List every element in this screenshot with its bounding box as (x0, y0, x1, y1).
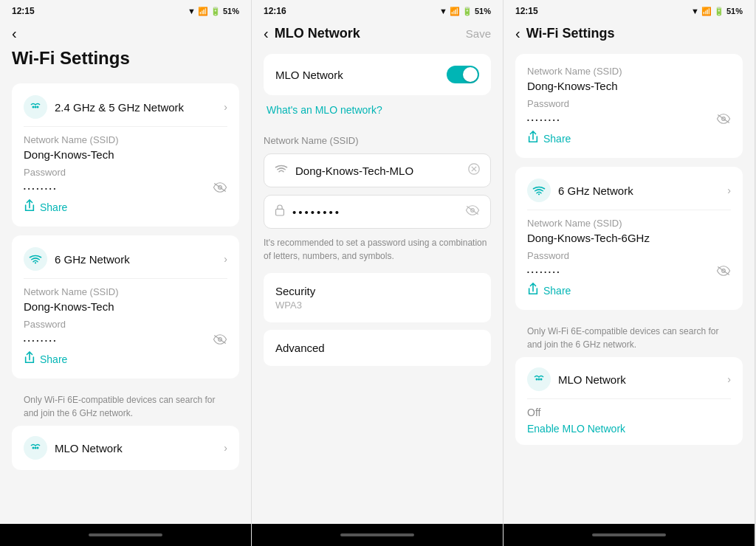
mlo-status-p3: Off (527, 407, 731, 418)
lock-input-icon (275, 204, 285, 219)
svg-point-1 (37, 106, 39, 108)
status-bar-2: 12:16 ▼ 📶 🔋 51% (252, 0, 503, 19)
mlo-toggle-row: MLO Network (275, 66, 479, 83)
advanced-row[interactable]: Advanced (264, 330, 491, 366)
home-indicator-2 (340, 533, 414, 536)
eye-icon-p3-1[interactable] (716, 112, 731, 128)
network-icon-1 (24, 95, 47, 119)
wifi-input-icon (275, 164, 288, 177)
eye-icon-pw[interactable] (465, 205, 480, 218)
mlo-icon-p3 (527, 367, 551, 391)
home-indicator-3 (592, 533, 666, 536)
svg-point-0 (32, 106, 35, 108)
clear-ssid-icon[interactable] (468, 163, 480, 178)
panel1: 12:15 ▼ 📶 🔋 51% ‹ Wi-Fi Settings (0, 0, 252, 546)
security-row[interactable]: Security WPA3 (264, 273, 491, 322)
page-content-1: 2.4 GHz & 5 GHz Network › Network Name (… (0, 77, 251, 524)
network-item-2[interactable]: 6 GHz Network › (24, 247, 227, 271)
nav-bar-2: ‹ MLO Network Save (252, 19, 503, 48)
wifi6e-note-1: Only Wi-Fi 6E-compatible devices can sea… (12, 387, 239, 426)
eye-icon-2[interactable] (213, 333, 227, 348)
toggle-knob (463, 67, 478, 82)
mlo-link: What's an MLO network? (264, 104, 491, 135)
save-button-2[interactable]: Save (466, 27, 491, 40)
network-icon-p3-2 (527, 179, 551, 202)
time-1: 12:15 (12, 6, 35, 16)
nav-left-2: ‹ MLO Network (264, 25, 360, 42)
svg-point-9 (37, 447, 39, 449)
mlo-toggle-card: MLO Network (264, 54, 491, 95)
network-label-p3-2: 6 GHz Network (558, 184, 633, 197)
share-btn-p3-1[interactable]: Share (527, 131, 731, 146)
status-bar-3: 12:15 ▼ 📶 🔋 51% (504, 0, 755, 19)
share-btn-p3-2[interactable]: Share (527, 283, 731, 298)
share-icon-p3-1 (527, 131, 539, 146)
mlo-label-1: MLO Network (55, 442, 123, 455)
eye-icon-p3-2[interactable] (716, 264, 731, 280)
chevron-p3-2: › (727, 184, 731, 196)
network-card-1: 2.4 GHz & 5 GHz Network › Network Name (… (12, 83, 239, 227)
share-btn-1[interactable]: Share (24, 199, 227, 215)
page-content-3: Network Name (SSID) Dong-Knows-Tech Pass… (504, 48, 755, 524)
network-card-2: 6 GHz Network › Network Name (SSID) Dong… (12, 235, 239, 379)
panel2: 12:16 ▼ 📶 🔋 51% ‹ MLO Network Save MLO N… (252, 0, 504, 546)
password-section-1: Password •••••••• (24, 167, 227, 196)
bottom-bar-2 (252, 524, 503, 546)
page-content-2: MLO Network What's an MLO network? Netwo… (252, 48, 503, 524)
nav-title-3: Wi-Fi Settings (526, 26, 615, 41)
svg-rect-14 (276, 209, 284, 215)
svg-point-10 (35, 447, 37, 449)
battery-3: 51% (726, 7, 743, 15)
svg-point-5 (35, 262, 36, 263)
network-item-p3-2[interactable]: 6 GHz Network › (527, 179, 731, 202)
status-bar-1: 12:15 ▼ 📶 🔋 51% (0, 0, 251, 19)
ssid-section-p3-2: Network Name (SSID) Dong-Knows-Tech-6GHz (527, 218, 731, 244)
panel3: 12:15 ▼ 📶 🔋 51% ‹ Wi-Fi Settings Network… (504, 0, 755, 546)
network-icon-2 (24, 247, 47, 271)
back-button-1[interactable]: ‹ (12, 25, 17, 42)
password-section-p3-1: Password •••••••• (527, 98, 731, 128)
bottom-bar-3 (504, 524, 755, 546)
network-card-p3-2: 6 GHz Network › Network Name (SSID) Dong… (515, 167, 743, 310)
nav-title-2: MLO Network (275, 26, 360, 41)
network-label-2: 6 GHz Network (55, 253, 130, 266)
mlo-item-p3[interactable]: MLO Network › (527, 367, 731, 391)
back-button-2[interactable]: ‹ (264, 25, 269, 42)
chevron-mlo-p3: › (727, 373, 731, 385)
share-icon-1 (24, 199, 35, 215)
page-title-1: Wi-Fi Settings (0, 48, 251, 77)
ssid-section-p3-1: Network Name (SSID) Dong-Knows-Tech (527, 66, 731, 92)
nav-bar-1: ‹ (0, 19, 251, 48)
network-card-p3-1: Network Name (SSID) Dong-Knows-Tech Pass… (515, 54, 743, 158)
mlo-label-p3: MLO Network (558, 373, 626, 386)
network-item-1[interactable]: 2.4 GHz & 5 GHz Network › (24, 95, 227, 119)
mlo-item-1[interactable]: MLO Network › (12, 426, 239, 470)
status-icons-3: ▼ 📶 🔋 51% (691, 7, 743, 16)
ssid-section-1: Network Name (SSID) Dong-Knows-Tech (24, 134, 227, 161)
time-2: 12:16 (264, 6, 286, 16)
enable-mlo-btn[interactable]: Enable MLO Network (527, 423, 731, 435)
svg-point-2 (35, 106, 37, 108)
network-label-1: 2.4 GHz & 5 GHz Network (55, 101, 184, 114)
eye-icon-1[interactable] (213, 181, 227, 196)
nav-bar-3: ‹ Wi-Fi Settings (504, 19, 755, 48)
password-input-field[interactable]: •••••••• (264, 195, 491, 229)
share-icon-2 (24, 351, 35, 367)
mlo-icon-1 (24, 436, 47, 460)
ssid-section-label: Network Name (SSID) (264, 135, 491, 146)
share-icon-p3-2 (527, 283, 539, 298)
mlo-toggle-switch[interactable] (447, 66, 479, 83)
battery-1: 51% (223, 7, 239, 15)
time-3: 12:15 (515, 6, 538, 16)
mlo-toggle-label: MLO Network (275, 69, 343, 81)
ssid-section-2: Network Name (SSID) Dong-Knows-Tech (24, 286, 227, 313)
status-icons-2: ▼ 📶 🔋 51% (439, 7, 491, 16)
password-section-2: Password •••••••• (24, 319, 227, 348)
share-btn-2[interactable]: Share (24, 351, 227, 367)
mlo-card-p3: MLO Network › Off Enable MLO Network (515, 357, 743, 445)
back-button-3[interactable]: ‹ (515, 25, 520, 42)
ssid-input-field[interactable]: Dong-Knows-Tech-MLO (264, 153, 491, 187)
battery-2: 51% (475, 7, 491, 15)
ssid-input-text: Dong-Knows-Tech-MLO (295, 165, 413, 177)
svg-point-22 (536, 379, 538, 381)
